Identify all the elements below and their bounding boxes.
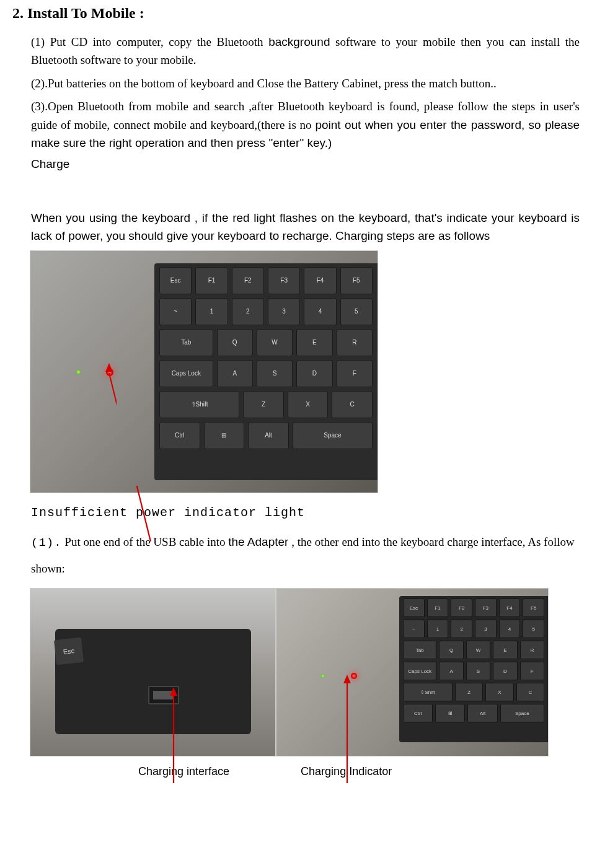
step-pre: (1).: [31, 536, 62, 550]
k3-shift: ⇧Shift: [403, 683, 453, 701]
k3-a: A: [439, 662, 463, 680]
k3-w: W: [466, 641, 490, 659]
k3-alt: Alt: [467, 704, 497, 722]
key-e: E: [296, 329, 332, 356]
paragraph-1: (1) Put CD into computer, copy the Bluet…: [31, 33, 580, 69]
k3-2: 2: [451, 620, 472, 638]
k3-f4: F4: [499, 598, 521, 617]
keyboard-photo-3: Esc F1 F2 F3 F4 F5 ~ 1 2 3 4 5 Tab: [276, 588, 549, 756]
key-z: Z: [243, 391, 284, 418]
k3-ctrl: Ctrl: [403, 704, 433, 722]
k3-f: F: [520, 662, 544, 680]
p1-text-b: background: [268, 35, 330, 48]
k3-f3: F3: [475, 598, 497, 617]
svg-line-2: [109, 373, 117, 498]
green-led-icon: [76, 370, 81, 374]
caption-indicator-light: Insufficient power indicator light: [31, 506, 580, 520]
warning-text: When you using the keyboard , if the red…: [31, 209, 580, 245]
keyboard-photo-1: Esc F1 F2 F3 F4 F5 ~ 1 2 3 4 5 Tab Q W E…: [30, 250, 378, 493]
k3-f2: F2: [451, 598, 472, 617]
keyboard-side: [55, 629, 251, 734]
k3-f5: F5: [523, 598, 544, 617]
key-c: C: [332, 391, 373, 418]
arrow-indicator-head: [104, 363, 114, 373]
k3-e: E: [493, 641, 517, 659]
key-w: W: [257, 329, 293, 356]
arrow-indicator-line: [104, 368, 117, 498]
key-4: 4: [304, 298, 336, 325]
k3-x: X: [485, 683, 513, 701]
k3-3: 3: [475, 620, 497, 638]
green-led-icon-2: [321, 674, 325, 678]
key-3: 3: [268, 298, 300, 325]
key-f3: F3: [268, 267, 300, 294]
key-r: R: [337, 329, 373, 356]
key-f1: F1: [195, 267, 228, 294]
svg-marker-5: [170, 687, 177, 696]
p1-text-a: (1) Put CD into computer, copy the Bluet…: [31, 35, 268, 48]
key-a: A: [217, 360, 253, 387]
key-x: X: [288, 391, 329, 418]
k3-s: S: [466, 662, 490, 680]
key-space: Space: [293, 422, 373, 449]
step-a: Put one end of the USB cable into: [62, 535, 229, 548]
key-f5: F5: [340, 267, 373, 294]
k3-5: 5: [523, 620, 544, 638]
k3-win: ⊞: [435, 704, 465, 722]
k3-caps: Caps Lock: [403, 662, 436, 680]
bottom-labels: Charging interface Charging Indicator: [30, 765, 580, 778]
svg-marker-3: [105, 363, 113, 372]
key-d: D: [296, 360, 332, 387]
k3-d: D: [493, 662, 517, 680]
k3-f1: F1: [427, 598, 449, 617]
charge-heading: Charge: [31, 157, 580, 171]
section-title: 2. Install To Mobile :: [12, 5, 580, 22]
key-s: S: [257, 360, 293, 387]
step-b: the Adapter: [228, 535, 288, 548]
key-f4: F4: [304, 267, 336, 294]
k3-tilde: ~: [403, 620, 425, 638]
step-1: (1). Put one end of the USB cable into t…: [31, 529, 580, 582]
keyboard-body: Esc F1 F2 F3 F4 F5 ~ 1 2 3 4 5 Tab Q W E…: [154, 263, 378, 480]
key-5: 5: [340, 298, 373, 325]
key-f: F: [337, 360, 373, 387]
k3-z: Z: [455, 683, 483, 701]
key-esc-side: Esc: [54, 638, 84, 665]
key-q: Q: [217, 329, 253, 356]
key-shift: ⇧Shift: [159, 391, 239, 418]
k3-1: 1: [427, 620, 449, 638]
keyboard-body-3: Esc F1 F2 F3 F4 F5 ~ 1 2 3 4 5 Tab: [399, 596, 548, 742]
k3-r: R: [520, 641, 544, 659]
keyboard-photo-2: Esc: [30, 588, 276, 756]
paragraph-2: (2).Put batteries on the bottom of keybo…: [31, 74, 580, 92]
k3-space: Space: [500, 704, 544, 722]
key-alt: Alt: [248, 422, 289, 449]
key-2: 2: [232, 298, 264, 325]
k3-tab: Tab: [403, 641, 436, 659]
key-caps: Caps Lock: [159, 360, 213, 387]
key-tab: Tab: [159, 329, 213, 356]
arrow-charging-interface: [155, 687, 192, 786]
key-f2: F2: [232, 267, 264, 294]
key-1: 1: [195, 298, 228, 325]
key-ctrl: Ctrl: [159, 422, 200, 449]
arrow-charging-indicator: [335, 675, 360, 786]
paragraph-3: (3).Open Bluetooth from mobile and searc…: [31, 97, 580, 152]
k3-c: C: [516, 683, 544, 701]
k3-esc: Esc: [403, 598, 425, 617]
key-tilde: ~: [159, 298, 192, 325]
k3-4: 4: [499, 620, 521, 638]
svg-marker-7: [343, 675, 351, 683]
key-win: ⊞: [204, 422, 245, 449]
k3-q: Q: [439, 641, 463, 659]
key-esc: Esc: [159, 267, 192, 294]
